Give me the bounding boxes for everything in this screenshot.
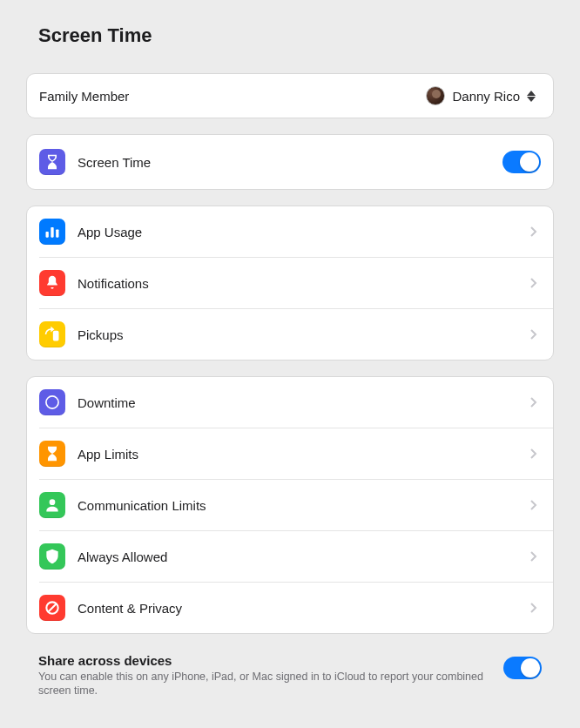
- screen-time-label: Screen Time: [78, 155, 151, 170]
- pickups-icon: [39, 321, 65, 347]
- family-member-name: Danny Rico: [452, 89, 520, 104]
- nav-content-privacy[interactable]: Content & Privacy: [27, 583, 553, 633]
- svg-point-5: [50, 499, 56, 505]
- usage-card: App Usage Notifications Pickups: [26, 206, 554, 361]
- screen-time-row: Screen Time: [27, 135, 553, 189]
- nav-communication-limits[interactable]: Communication Limits: [27, 480, 553, 530]
- avatar: [426, 86, 445, 105]
- screen-time-toggle[interactable]: [502, 151, 541, 173]
- nav-label: App Usage: [78, 225, 142, 239]
- nav-label: App Limits: [78, 447, 138, 462]
- nav-app-usage[interactable]: App Usage: [27, 206, 553, 257]
- chevron-right-icon: [530, 448, 537, 459]
- chevron-right-icon: [530, 603, 537, 613]
- screen-time-pane: Screen Time Family Member Danny Rico Scr…: [0, 0, 580, 725]
- family-member-row: Family Member Danny Rico: [27, 74, 553, 118]
- nav-label: Downtime: [78, 395, 136, 410]
- nav-label: Pickups: [78, 327, 124, 342]
- person-icon: [39, 492, 65, 518]
- nav-app-limits[interactable]: App Limits: [27, 428, 553, 479]
- bar-chart-icon: [39, 219, 65, 245]
- nav-label: Always Allowed: [78, 549, 167, 564]
- nav-label: Content & Privacy: [78, 601, 182, 616]
- nav-label: Notifications: [78, 276, 149, 291]
- screen-time-toggle-card: Screen Time: [26, 134, 554, 190]
- chevron-right-icon: [530, 329, 537, 340]
- chevron-right-icon: [530, 397, 537, 408]
- chevron-right-icon: [530, 500, 537, 510]
- nav-downtime[interactable]: Downtime: [27, 377, 553, 428]
- svg-rect-0: [46, 232, 49, 238]
- moon-icon: [39, 389, 65, 415]
- svg-rect-1: [51, 227, 53, 238]
- share-across-devices-toggle[interactable]: [503, 657, 542, 679]
- nav-label: Communication Limits: [78, 498, 206, 513]
- nav-pickups[interactable]: Pickups: [27, 309, 553, 360]
- nav-always-allowed[interactable]: Always Allowed: [27, 531, 553, 582]
- svg-line-7: [48, 603, 57, 612]
- svg-point-4: [46, 396, 58, 408]
- page-title: Screen Time: [38, 24, 554, 47]
- svg-rect-2: [56, 230, 58, 238]
- nav-notifications[interactable]: Notifications: [27, 258, 553, 308]
- family-member-card: Family Member Danny Rico: [26, 73, 554, 118]
- dropdown-stepper-icon: [527, 91, 537, 102]
- hourglass-icon: [39, 441, 65, 467]
- share-across-devices-section: Share across devices You can enable this…: [26, 650, 554, 707]
- svg-rect-3: [53, 331, 59, 341]
- share-description: You can enable this on any iPhone, iPad,…: [38, 670, 489, 698]
- hourglass-icon: [39, 149, 65, 175]
- bell-icon: [39, 270, 65, 296]
- chevron-right-icon: [530, 278, 537, 288]
- share-title: Share across devices: [38, 653, 489, 668]
- family-member-dropdown[interactable]: Danny Rico: [422, 84, 541, 107]
- no-sign-icon: [39, 595, 65, 621]
- chevron-right-icon: [530, 551, 537, 562]
- chevron-right-icon: [530, 226, 537, 237]
- settings-card: Downtime App Limits Communication Limits: [26, 376, 554, 634]
- check-shield-icon: [39, 543, 65, 570]
- family-member-label: Family Member: [39, 89, 129, 104]
